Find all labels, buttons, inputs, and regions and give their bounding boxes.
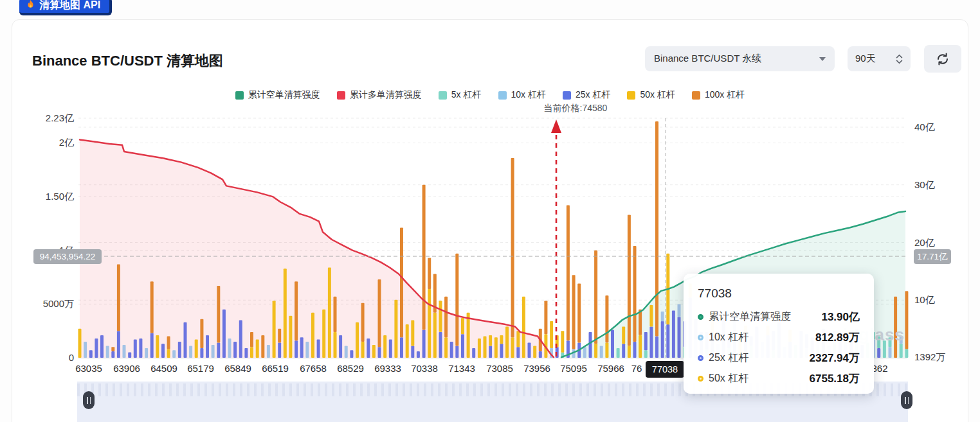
crosshair-left-value-badge: 94,453,954.22 — [33, 249, 102, 264]
tooltip-row: 25x 杠杆2327.94万 — [698, 351, 860, 365]
series-marker-icon — [698, 335, 703, 340]
series-marker-icon — [698, 314, 703, 320]
tooltip-series-value: 13.90亿 — [821, 310, 860, 324]
tooltip-title: 77038 — [698, 286, 860, 301]
tooltip-series-value: 6755.18万 — [810, 371, 860, 386]
brush-handle-right[interactable] — [901, 391, 912, 409]
liquidation-map-page: 清算地图 API Binance BTC/USDT 清算地图 Binance B… — [0, 0, 980, 422]
tooltip-series-value: 812.89万 — [815, 330, 860, 345]
chart-tooltip: 77038 累计空单清算强度13.90亿10x 杠杆812.89万25x 杠杆2… — [684, 274, 874, 394]
tooltip-series-value: 2327.94万 — [810, 351, 860, 365]
tooltip-series-label: 50x 杠杆 — [709, 372, 749, 385]
tooltip-series-label: 10x 杠杆 — [709, 331, 749, 344]
tooltip-series-label: 25x 杠杆 — [709, 351, 749, 365]
brush-handle-left[interactable] — [83, 391, 95, 409]
crosshair-right-value-badge: 17.71亿 — [914, 249, 951, 264]
crosshair-x-value-badge: 77038 — [646, 361, 684, 378]
series-marker-icon — [698, 376, 703, 382]
tooltip-row: 50x 杠杆6755.18万 — [698, 371, 860, 386]
tooltip-series-label: 累计空单清算强度 — [709, 310, 791, 324]
series-marker-icon — [698, 355, 703, 361]
tooltip-row: 累计空单清算强度13.90亿 — [698, 310, 860, 324]
tooltip-rows: 累计空单清算强度13.90亿10x 杠杆812.89万25x 杠杆2327.94… — [698, 310, 860, 386]
tooltip-row: 10x 杠杆812.89万 — [698, 330, 860, 345]
